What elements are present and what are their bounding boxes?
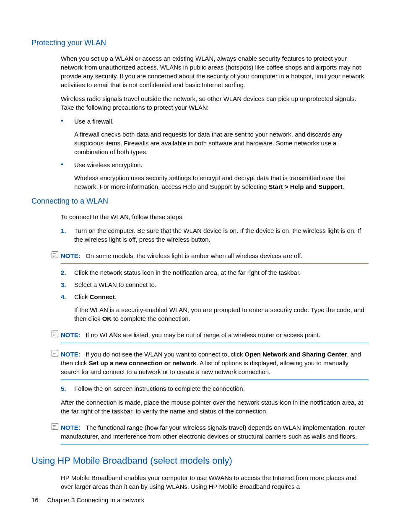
- document-page: Protecting your WLAN When you set up a W…: [0, 0, 400, 491]
- page-number: 16: [31, 496, 39, 504]
- paragraph: Wireless radio signals travel outside th…: [61, 94, 369, 112]
- note-text: The functional range (how far your wirel…: [61, 424, 365, 440]
- note-box: NOTE: If no WLANs are listed, you may be…: [61, 328, 369, 343]
- step-text: Follow the on-screen instructions to com…: [74, 385, 245, 392]
- bold-text: OK: [102, 315, 112, 322]
- section-body: HP Mobile Broadband enables your compute…: [61, 473, 369, 491]
- step-number: 1.: [61, 226, 66, 235]
- list-item-title: Use wireless encryption.: [74, 160, 369, 169]
- svg-rect-1: [52, 331, 58, 337]
- list-item: Use wireless encryption. Wireless encryp…: [61, 160, 369, 191]
- note-label: NOTE:: [61, 252, 81, 259]
- bold-text: Start > Help and Support: [269, 183, 343, 190]
- step-number: 4.: [61, 292, 66, 301]
- note-text: On some models, the wireless light is am…: [86, 252, 302, 259]
- text: If you do not see the WLAN you want to c…: [86, 351, 244, 358]
- note-label: NOTE:: [61, 331, 81, 338]
- text: Click: [74, 293, 90, 300]
- section-heading-broadband: Using HP Mobile Broadband (select models…: [31, 455, 369, 467]
- note-text: If no WLANs are listed, you may be out o…: [86, 331, 320, 338]
- text: .: [343, 183, 344, 190]
- note-icon: [51, 349, 59, 357]
- note-box: NOTE: On some models, the wireless light…: [61, 249, 369, 264]
- bullet-list: Use a firewall. A firewall checks both d…: [61, 117, 369, 191]
- note-box: NOTE: If you do not see the WLAN you wan…: [61, 347, 369, 380]
- step-number: 5.: [61, 384, 66, 393]
- paragraph: HP Mobile Broadband enables your compute…: [61, 473, 369, 491]
- list-item: Use a firewall. A firewall checks both d…: [61, 117, 369, 156]
- paragraph: After the connection is made, place the …: [61, 398, 369, 416]
- step-text: Click the network status icon in the not…: [74, 269, 301, 276]
- list-item-title: Use a firewall.: [74, 117, 369, 126]
- svg-rect-0: [52, 252, 58, 258]
- note-label: NOTE:: [61, 351, 81, 358]
- list-item: 4. Click Connect. If the WLAN is a secur…: [61, 292, 369, 323]
- section-body: When you set up a WLAN or access an exis…: [61, 54, 369, 191]
- note-icon: [51, 422, 59, 431]
- note-label: NOTE:: [61, 424, 81, 431]
- note-icon: [51, 251, 59, 259]
- page-footer: 16 Chapter 3 Connecting to a network: [31, 496, 144, 504]
- subsection-heading-connecting: Connecting to a WLAN: [31, 196, 369, 207]
- step-desc: If the WLAN is a security-enabled WLAN, …: [74, 305, 369, 323]
- list-item: 1. Turn on the computer. Be sure that th…: [61, 226, 369, 244]
- numbered-list: 5. Follow the on-screen instructions to …: [61, 384, 369, 393]
- paragraph: To connect to the WLAN, follow these ste…: [61, 212, 369, 221]
- bold-text: Open Network and Sharing Center: [245, 351, 347, 358]
- paragraph: When you set up a WLAN or access an exis…: [61, 54, 369, 89]
- subsection-heading-protecting: Protecting your WLAN: [31, 38, 369, 48]
- list-item-desc: Wireless encryption uses security settin…: [74, 173, 369, 191]
- list-item: 5. Follow the on-screen instructions to …: [61, 384, 369, 393]
- bold-text: Set up a new connection or network: [89, 359, 197, 367]
- numbered-list: 1. Turn on the computer. Be sure that th…: [61, 226, 369, 244]
- step-text: Turn on the computer. Be sure that the W…: [74, 227, 361, 243]
- step-text: Select a WLAN to connect to.: [74, 281, 156, 288]
- note-box: NOTE: The functional range (how far your…: [61, 421, 369, 444]
- section-body: To connect to the WLAN, follow these ste…: [61, 212, 369, 416]
- text: .: [115, 293, 117, 300]
- list-item: 2. Click the network status icon in the …: [61, 268, 369, 277]
- svg-rect-2: [52, 350, 58, 356]
- list-item: 3. Select a WLAN to connect to.: [61, 280, 369, 289]
- chapter-label: Chapter 3 Connecting to a network: [47, 496, 145, 504]
- numbered-list: 2. Click the network status icon in the …: [61, 268, 369, 323]
- svg-rect-3: [52, 424, 58, 430]
- list-item-desc: A firewall checks both data and requests…: [74, 130, 369, 156]
- step-number: 3.: [61, 280, 66, 289]
- step-number: 2.: [61, 268, 66, 277]
- note-icon: [51, 330, 59, 338]
- bold-text: Connect: [90, 293, 115, 300]
- text: to complete the connection.: [112, 315, 190, 322]
